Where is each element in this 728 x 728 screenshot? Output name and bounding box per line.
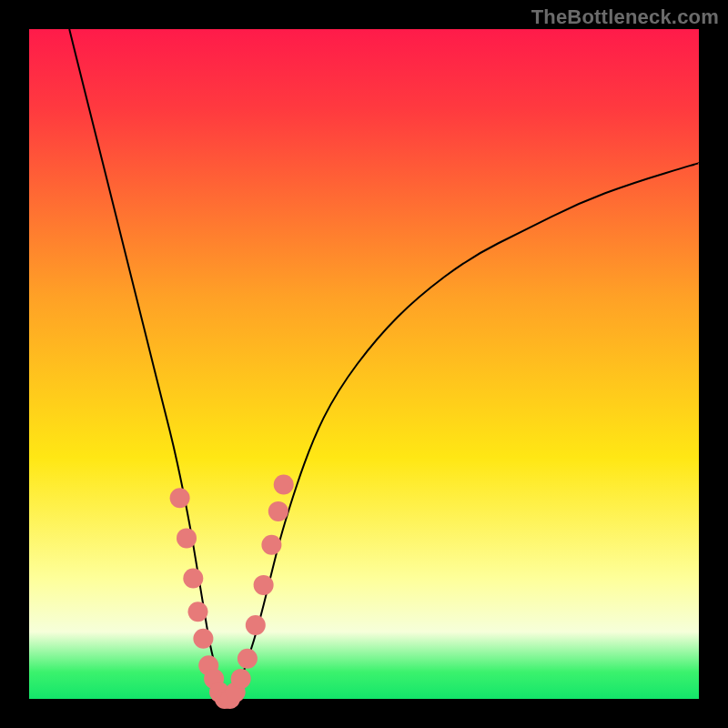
highlight-dot bbox=[193, 629, 213, 649]
curve-layer bbox=[29, 29, 699, 699]
highlight-dot bbox=[177, 528, 197, 548]
highlight-dot bbox=[231, 669, 251, 689]
highlight-dot bbox=[183, 569, 203, 589]
highlight-dot bbox=[274, 475, 294, 495]
highlight-dot bbox=[170, 488, 190, 508]
outer-frame: TheBottleneck.com bbox=[0, 0, 728, 728]
bottleneck-curve bbox=[69, 29, 699, 697]
highlight-dot bbox=[238, 649, 258, 669]
highlight-dot bbox=[254, 575, 274, 595]
highlight-dot bbox=[261, 535, 281, 555]
highlight-dot bbox=[188, 602, 208, 622]
highlight-dot bbox=[246, 615, 266, 635]
highlight-dots-group bbox=[170, 475, 294, 710]
highlight-dot bbox=[268, 501, 288, 521]
watermark-text: TheBottleneck.com bbox=[531, 5, 719, 29]
